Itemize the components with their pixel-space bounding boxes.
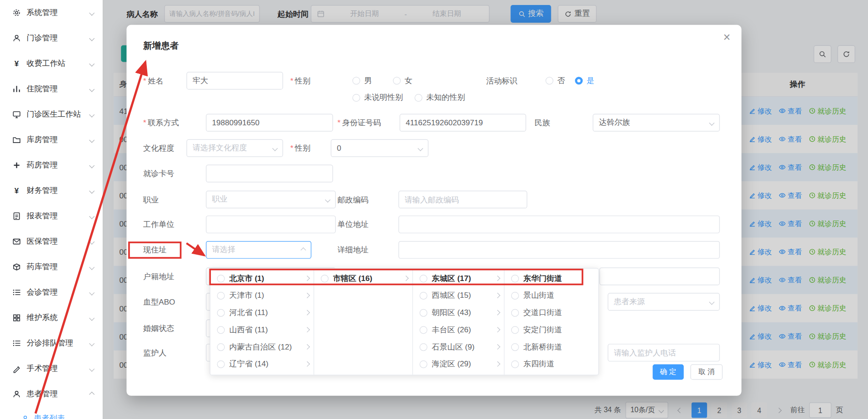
gender-unknown-radio[interactable]: 未知的性别: [414, 89, 465, 107]
cascader-option-shixiaqu[interactable]: 市辖区 (16): [314, 270, 412, 287]
cascader-option-liaoning[interactable]: 辽宁省 (14): [210, 355, 314, 373]
cascader-option-tianjin[interactable]: 天津市 (1): [210, 287, 314, 304]
required-mark: *: [143, 118, 146, 127]
sidebar-item-patient-list[interactable]: 患者列表: [0, 407, 103, 419]
chevron-down-icon: [89, 213, 95, 219]
cascader-option-shijingshan[interactable]: 石景山区 (9): [413, 338, 504, 355]
cascader-option-donghuamen[interactable]: 东华门街道: [504, 270, 598, 287]
occupation-label: 职业: [143, 191, 159, 208]
cascader-option-jiaodaokou[interactable]: 交道口街道: [504, 304, 598, 321]
work-label: 工作单位: [143, 216, 174, 233]
cascader-option-neimenggu[interactable]: 内蒙古自治区 (12): [210, 338, 314, 355]
sidebar-item-inpatient[interactable]: 住院管理: [0, 76, 103, 102]
radio-icon: [511, 275, 519, 282]
occupation-select[interactable]: 职业: [206, 191, 336, 208]
address-cascader-select[interactable]: 请选择: [206, 241, 311, 259]
chevron-down-icon: [89, 61, 95, 66]
cascader-option-fengtai[interactable]: 丰台区 (26): [413, 321, 504, 338]
radio-icon: [352, 94, 360, 102]
cascader-district-column: 东城区 (17) 西城区 (15) 朝阳区 (43) 丰台区 (26) 石景山区…: [413, 269, 505, 375]
sidebar-item-label: 报表管理: [27, 211, 90, 221]
close-icon[interactable]: ×: [723, 30, 730, 45]
card-input[interactable]: [206, 165, 333, 182]
work-addr-input[interactable]: [399, 216, 720, 233]
sidebar-item-patient[interactable]: 患者管理: [0, 381, 103, 407]
cascader-option-chaoyang[interactable]: 朝阳区 (43): [413, 304, 504, 321]
chevron-right-icon: [403, 276, 409, 281]
sidebar-item-warehouse[interactable]: 库房管理: [0, 127, 103, 153]
chevron-right-icon: [304, 327, 310, 332]
cascader-option-xicheng[interactable]: 西城区 (15): [413, 287, 504, 304]
cascader-option-beixinqiao[interactable]: 北新桥街道: [504, 338, 598, 355]
radio-icon: [217, 360, 225, 368]
contact-input[interactable]: [206, 114, 333, 132]
patient-source-select[interactable]: 患者来源: [608, 293, 720, 311]
chevron-down-icon: [89, 366, 95, 371]
gender-unexplained-radio[interactable]: 未说明性别: [352, 89, 403, 107]
radio-icon: [217, 309, 225, 316]
ethnic-select[interactable]: 达斡尔族: [593, 114, 720, 132]
active-no-radio[interactable]: 否: [545, 72, 565, 89]
education-select[interactable]: 请选择文化程度: [186, 139, 283, 157]
chevron-down-icon: [89, 239, 95, 244]
card-label: 就诊卡号: [143, 165, 174, 182]
sidebar-item-insurance[interactable]: 医保管理: [0, 229, 103, 254]
sidebar-item-label: 维护系统: [27, 313, 90, 323]
cascader-option-haidian[interactable]: 海淀区 (29): [413, 355, 504, 373]
sidebar-item-outpatient[interactable]: 门诊管理: [0, 25, 103, 51]
sidebar-item-finance[interactable]: ¥财务管理: [0, 178, 103, 203]
guardian-phone-input[interactable]: [608, 344, 720, 361]
chevron-down-icon: [89, 112, 95, 117]
work-input[interactable]: [206, 216, 336, 233]
chevron-right-icon: [304, 310, 310, 315]
chevron-down-icon: [89, 35, 95, 41]
cascader-option-shanxi[interactable]: 山西省 (11): [210, 321, 314, 338]
postal-input[interactable]: [399, 191, 527, 208]
sidebar-item-surgery[interactable]: 手术管理: [0, 356, 103, 381]
plus-icon: [12, 161, 21, 169]
chevron-right-icon: [304, 276, 310, 281]
cascader-option-dongcheng[interactable]: 东城区 (17): [413, 270, 504, 287]
guardian-label: 监护人: [143, 344, 166, 361]
radio-icon: [419, 275, 427, 282]
cascader-option-andingmen[interactable]: 安定门街道: [504, 321, 598, 338]
active-flag-label: 活动标识: [486, 72, 517, 89]
cascader-option-jingshan[interactable]: 景山街道: [504, 287, 598, 304]
chevron-down-icon: [89, 137, 95, 143]
cascader-option-beijing[interactable]: 北京市 (1): [210, 270, 314, 287]
gender-male-radio[interactable]: 男: [352, 72, 372, 89]
sidebar-item-maintenance[interactable]: 维护系统: [0, 305, 103, 330]
cascader-street-column: 东华门街道 景山街道 交道口街道 安定门街道 北新桥街道 东四街道: [504, 269, 598, 375]
sidebar-item-pharmacy[interactable]: 药房管理: [0, 153, 103, 178]
modal-title: 新增患者: [143, 40, 179, 52]
household-extra-input[interactable]: [599, 267, 720, 285]
cascader-option-dongsi[interactable]: 东四街道: [504, 355, 598, 373]
sidebar-item-system[interactable]: 系统管理: [0, 0, 103, 25]
name-input[interactable]: [186, 72, 283, 89]
detail-addr-input[interactable]: [399, 241, 720, 259]
chevron-right-icon: [495, 361, 500, 367]
sidebar-item-charging-station[interactable]: ¥收费工作站: [0, 51, 103, 76]
chevron-right-icon: [495, 310, 500, 315]
sidebar-item-outpatient-doctor-station[interactable]: 门诊医生工作站: [0, 102, 103, 127]
sidebar-item-label: 药房管理: [27, 160, 90, 170]
postal-label: 邮政编码: [338, 191, 369, 208]
radio-icon: [419, 291, 427, 299]
gender2-select-value: 0: [337, 144, 341, 153]
radio-icon: [419, 343, 427, 351]
idcard-input[interactable]: [399, 114, 526, 132]
sidebar-item-drug-storage[interactable]: 药库管理: [0, 254, 103, 280]
confirm-button[interactable]: 确 定: [653, 364, 683, 380]
sidebar-item-consultation[interactable]: 会诊管理: [0, 280, 103, 305]
radio-icon: [419, 360, 427, 368]
chevron-up-icon: [300, 247, 306, 253]
gender-female-radio[interactable]: 女: [393, 72, 413, 89]
cascader-option-hebei[interactable]: 河北省 (11): [210, 304, 314, 321]
sidebar-item-triage-queue[interactable]: 分诊排队管理: [0, 330, 103, 356]
ethnic-select-value: 达斡尔族: [599, 118, 630, 128]
gender2-select[interactable]: 0: [331, 139, 429, 157]
sidebar-item-reports[interactable]: 报表管理: [0, 203, 103, 229]
chevron-right-icon: [495, 276, 500, 281]
cancel-button[interactable]: 取 消: [690, 364, 723, 380]
active-yes-radio[interactable]: 是: [575, 72, 594, 89]
